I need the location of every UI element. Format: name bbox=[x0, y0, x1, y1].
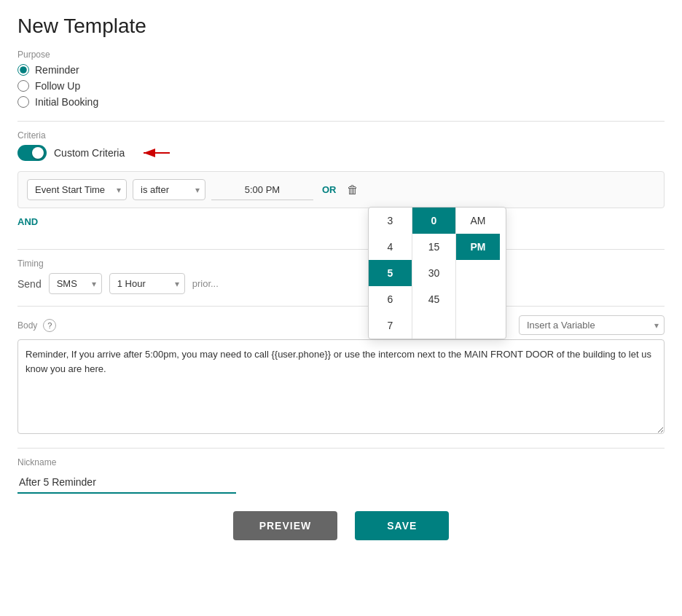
nickname-section: Nickname bbox=[17, 457, 665, 494]
criteria-label: Criteria bbox=[17, 130, 665, 141]
interval-select[interactable]: 1 Hour 2 Hours 30 Minutes bbox=[109, 273, 185, 294]
nickname-input[interactable] bbox=[17, 472, 236, 494]
or-button[interactable]: OR bbox=[319, 184, 340, 195]
arrow-indicator bbox=[138, 145, 173, 161]
criteria-row: Event Start Time Event End Time Event Da… bbox=[17, 171, 665, 208]
time-value-input[interactable] bbox=[211, 180, 313, 200]
and-button[interactable]: AND bbox=[17, 216, 38, 227]
event-field-select[interactable]: Event Start Time Event End Time Event Da… bbox=[27, 179, 127, 200]
radio-initialbooking-label: Initial Booking bbox=[35, 96, 98, 108]
criteria-section: Criteria Custom Criteria bbox=[17, 130, 665, 237]
time-picker-dropdown: 3 4 5 6 7 0 15 30 45 AM PM bbox=[368, 207, 506, 339]
minute-15[interactable]: 15 bbox=[412, 234, 455, 260]
divider-1 bbox=[17, 121, 665, 122]
preview-button[interactable]: PREVIEW bbox=[233, 511, 338, 540]
event-field-wrap[interactable]: Event Start Time Event End Time Event Da… bbox=[27, 179, 127, 200]
hour-3[interactable]: 3 bbox=[369, 208, 412, 234]
nickname-label: Nickname bbox=[17, 457, 665, 467]
period-am[interactable]: AM bbox=[456, 208, 500, 234]
radio-reminder-label: Reminder bbox=[35, 64, 79, 76]
body-header: Body ? Insert a Variable user.phone user… bbox=[17, 315, 665, 335]
timing-label: Timing bbox=[17, 258, 665, 269]
period-pm[interactable]: PM bbox=[456, 234, 500, 260]
insert-variable-wrap[interactable]: Insert a Variable user.phone user.name e… bbox=[519, 315, 665, 335]
divider-3 bbox=[17, 306, 665, 307]
toggle-knob bbox=[32, 147, 44, 159]
send-type-select[interactable]: SMS Email bbox=[49, 273, 102, 294]
body-textarea[interactable]: Reminder, If you arrive after 5:00pm, yo… bbox=[17, 339, 665, 434]
save-button[interactable]: SAVE bbox=[355, 511, 449, 540]
minutes-column: 0 15 30 45 bbox=[412, 208, 456, 339]
radio-followup[interactable]: Follow Up bbox=[17, 80, 665, 92]
hour-6[interactable]: 6 bbox=[369, 286, 412, 312]
trash-icon: 🗑 bbox=[347, 183, 358, 196]
send-label: Send bbox=[17, 278, 42, 290]
hours-column: 3 4 5 6 7 bbox=[369, 208, 412, 339]
divider-4 bbox=[17, 448, 665, 449]
divider-2 bbox=[17, 249, 665, 250]
priority-text: prior... bbox=[192, 278, 219, 289]
page-title: New Template bbox=[17, 15, 665, 38]
hour-7[interactable]: 7 bbox=[369, 312, 412, 339]
condition-select[interactable]: is after is before is equal to bbox=[133, 179, 205, 200]
body-section: Body ? Insert a Variable user.phone user… bbox=[17, 315, 665, 436]
radio-followup-input[interactable] bbox=[17, 80, 29, 92]
page-container: New Template Purpose Reminder Follow Up … bbox=[0, 0, 682, 616]
radio-followup-label: Follow Up bbox=[35, 80, 80, 92]
delete-criteria-button[interactable]: 🗑 bbox=[345, 183, 360, 197]
condition-wrap[interactable]: is after is before is equal to bbox=[133, 179, 205, 200]
timing-section: Timing Send SMS Email 1 Hour 2 Hours 30 … bbox=[17, 258, 665, 294]
radio-initialbooking-input[interactable] bbox=[17, 96, 29, 108]
hour-4[interactable]: 4 bbox=[369, 234, 412, 260]
purpose-label: Purpose bbox=[17, 50, 665, 60]
purpose-radio-group: Reminder Follow Up Initial Booking bbox=[17, 64, 665, 108]
radio-reminder[interactable]: Reminder bbox=[17, 64, 665, 76]
hour-5[interactable]: 5 bbox=[369, 260, 412, 286]
minute-30[interactable]: 30 bbox=[412, 260, 455, 286]
toggle-row: Custom Criteria bbox=[17, 145, 665, 161]
custom-criteria-label: Custom Criteria bbox=[54, 147, 125, 159]
custom-criteria-toggle[interactable] bbox=[17, 145, 47, 161]
button-row: PREVIEW SAVE bbox=[17, 511, 665, 540]
send-type-wrap[interactable]: SMS Email bbox=[49, 273, 102, 294]
minute-0[interactable]: 0 bbox=[412, 208, 455, 234]
minute-45[interactable]: 45 bbox=[412, 286, 455, 312]
insert-variable-select[interactable]: Insert a Variable user.phone user.name e… bbox=[519, 315, 665, 335]
body-label: Body bbox=[17, 320, 37, 331]
timing-row: Send SMS Email 1 Hour 2 Hours 30 Minutes… bbox=[17, 273, 665, 294]
help-icon[interactable]: ? bbox=[43, 319, 56, 332]
period-column: AM PM bbox=[456, 208, 500, 339]
radio-initialbooking[interactable]: Initial Booking bbox=[17, 96, 665, 108]
interval-wrap[interactable]: 1 Hour 2 Hours 30 Minutes bbox=[109, 273, 185, 294]
radio-reminder-input[interactable] bbox=[17, 64, 29, 76]
